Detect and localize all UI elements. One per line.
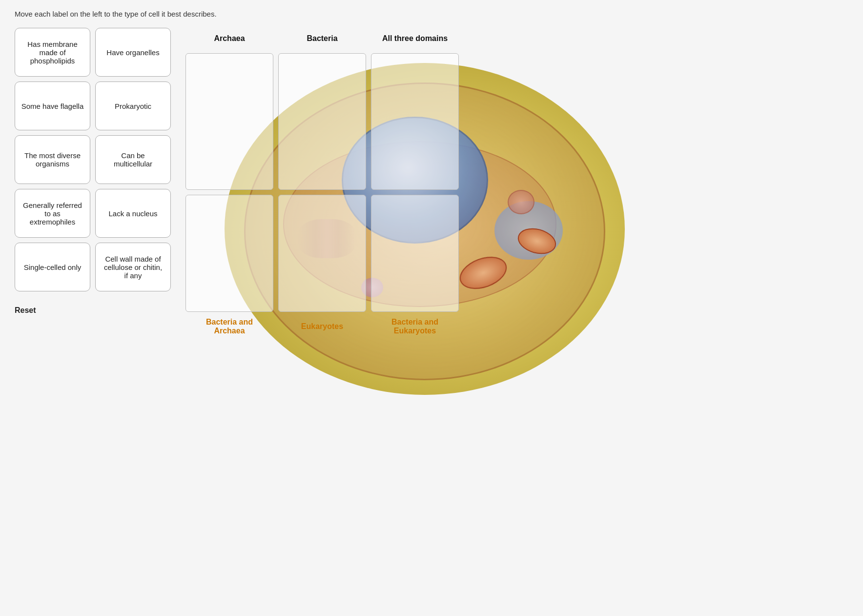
reset-section: Reset [15,306,171,315]
label-card-6[interactable]: Have organelles [95,28,171,77]
drop-column-all-three: All three domains [371,28,459,190]
label-card-9[interactable]: Lack a nucleus [95,189,171,238]
drop-column-bact-euk: Bacteria andEukaryotes [371,195,459,340]
label-card-10[interactable]: Cell wall made of cellulose or chitin, i… [95,243,171,291]
bacteria-eukaryotes-label: Bacteria andEukaryotes [391,316,438,337]
main-layout: Has membrane made of phospholipids Some … [15,28,848,340]
label-card-8[interactable]: Can be multicellular [95,135,171,184]
bottom-row: Bacteria andArchaea Eukaryotes Bacteria … [185,195,644,340]
label-column-1: Has membrane made of phospholipids Some … [15,28,90,291]
drop-column-bacteria: Bacteria [278,28,366,190]
drop-zone-bacteria-eukaryotes[interactable] [371,195,459,312]
bacteria-header: Bacteria [307,28,337,49]
archaea-header: Archaea [214,28,245,49]
all-three-header: All three domains [382,28,448,49]
label-card-4[interactable]: Generally referred to as extremophiles [15,189,90,238]
drop-zone-archaea-top[interactable] [185,53,273,190]
drop-zone-eukaryotes[interactable] [278,195,366,312]
labels-section: Has membrane made of phospholipids Some … [15,28,171,315]
bacteria-archaea-label: Bacteria andArchaea [206,316,253,337]
label-card-1[interactable]: Has membrane made of phospholipids [15,28,90,77]
label-card-3[interactable]: The most diverse organisms [15,135,90,184]
reset-button[interactable]: Reset [15,306,36,315]
drop-area-container: Archaea Bacteria All three domains [185,28,644,340]
drop-zone-bacteria-archaea[interactable] [185,195,273,312]
drop-zone-all-three-top[interactable] [371,53,459,190]
label-card-5[interactable]: Single-celled only [15,243,90,291]
label-card-2[interactable]: Some have flagella [15,82,90,130]
top-row: Archaea Bacteria All three domains [185,28,644,190]
label-column-2: Have organelles Prokaryotic Can be multi… [95,28,171,291]
grid-overlay: Archaea Bacteria All three domains [185,28,644,340]
drop-zone-bacteria-top[interactable] [278,53,366,190]
eukaryotes-label: Eukaryotes [301,316,343,337]
label-card-7[interactable]: Prokaryotic [95,82,171,130]
drop-column-bact-arch: Bacteria andArchaea [185,195,273,340]
drop-column-archaea: Archaea [185,28,273,190]
labels-columns: Has membrane made of phospholipids Some … [15,28,171,291]
drop-column-eukaryotes: Eukaryotes [278,195,366,340]
instruction-text: Move each label on the left to the type … [15,10,848,18]
